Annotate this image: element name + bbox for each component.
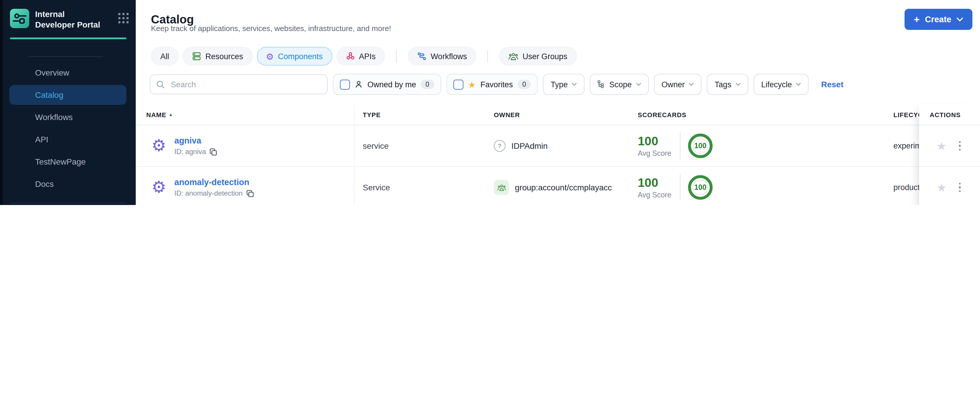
column-header-name[interactable]: NAME▲	[146, 111, 173, 118]
entity-type-tabs: All Resources ⚙ Components	[151, 47, 577, 65]
components-gear-icon: ⚙	[266, 52, 274, 61]
search-icon	[156, 80, 165, 89]
create-button-label: Create	[925, 14, 951, 24]
user-group-icon	[494, 180, 509, 195]
sort-asc-icon: ▲	[169, 112, 173, 116]
tab-apis-label: APIs	[359, 52, 375, 61]
chevron-down-icon	[689, 83, 694, 86]
sidebar-item-catalog[interactable]: Catalog	[10, 85, 126, 105]
table-row[interactable]: ⚙ anomaly-detection ID: anomaly-detectio…	[136, 167, 980, 205]
chevron-down-icon	[572, 83, 577, 86]
scorecard-ring: 100	[688, 134, 713, 158]
favorite-star-icon[interactable]: ★	[936, 140, 947, 152]
footer-divider	[10, 203, 126, 203]
main-content: Catalog Keep track of applications, serv…	[136, 0, 980, 205]
component-id: ID: agniva	[174, 148, 206, 156]
sidebar-item-docs[interactable]: Docs	[0, 173, 136, 195]
component-name-link[interactable]: anomaly-detection	[174, 177, 254, 187]
tab-user-groups[interactable]: User Groups	[499, 47, 577, 65]
table-header: NAME▲ TYPE OWNER SCORECARDS LIFECYCLE	[136, 104, 980, 125]
copy-icon[interactable]	[210, 148, 217, 155]
favorite-star-icon[interactable]: ★	[936, 182, 947, 193]
avg-score-cell: 100 Avg Score	[638, 134, 671, 158]
sidebar: Internal Developer Portal Overview Catal…	[0, 0, 136, 205]
table-body: ⚙ agniva ID: agniva service ? IDPAdmin 1…	[136, 125, 980, 205]
sidebar-item-api[interactable]: API	[0, 128, 136, 150]
column-header-scorecards: SCORECARDS	[638, 111, 686, 118]
lifecycle-dropdown-label: Lifecycle	[761, 80, 792, 89]
avg-score-cell: 100 Avg Score	[638, 176, 671, 199]
nav-divider	[28, 56, 103, 57]
owner-dropdown-label: Owner	[662, 80, 685, 89]
ring-score-value: 100	[694, 142, 706, 150]
question-icon: ?	[494, 140, 506, 152]
component-type: Service	[363, 183, 390, 192]
tab-apis[interactable]: APIs	[336, 47, 385, 65]
owned-by-me-filter[interactable]: Owned by me 0	[333, 74, 441, 95]
kebab-menu-icon[interactable]	[957, 181, 963, 194]
tab-workflows-label: Workflows	[431, 52, 467, 61]
tab-user-groups-label: User Groups	[522, 52, 567, 61]
type-dropdown[interactable]: Type	[543, 74, 585, 95]
sidebar-item-overview[interactable]: Overview	[0, 62, 136, 84]
tab-workflows[interactable]: Workflows	[408, 47, 476, 65]
avg-score-value: 100	[638, 176, 671, 189]
tab-components-label: Components	[278, 52, 323, 61]
scope-dropdown-label: Scope	[609, 80, 632, 89]
sidebar-accent-rule	[10, 37, 126, 39]
type-dropdown-label: Type	[550, 80, 568, 89]
resources-icon	[192, 51, 201, 61]
tab-all-label: All	[160, 52, 169, 61]
plus-icon: +	[914, 14, 920, 24]
search-box	[150, 74, 328, 94]
tags-dropdown[interactable]: Tags	[707, 74, 748, 95]
owned-by-me-count: 0	[421, 80, 434, 89]
avg-score-label: Avg Score	[638, 191, 671, 199]
owned-by-me-checkbox[interactable]	[340, 79, 350, 89]
app-switcher-icon[interactable]	[118, 13, 129, 24]
tags-dropdown-label: Tags	[715, 80, 731, 89]
kebab-menu-icon[interactable]	[957, 139, 963, 153]
avg-score-value: 100	[638, 134, 671, 148]
app-title: Internal Developer Portal	[35, 9, 107, 30]
sidebar-item-testnewpage[interactable]: TestNewPage	[0, 150, 136, 173]
copy-icon[interactable]	[246, 190, 254, 197]
owned-by-me-label: Owned by me	[368, 80, 416, 89]
sidebar-item-workflows[interactable]: Workflows	[0, 106, 136, 128]
name-cell: anomaly-detection ID: anomaly-detection	[174, 177, 254, 197]
filter-bar: Owned by me 0 ★ Favorites 0 Type	[150, 74, 843, 95]
app-logo-icon	[10, 9, 29, 28]
catalog-table: NAME▲ TYPE OWNER SCORECARDS LIFECYCLE ⚙ …	[136, 104, 980, 205]
tab-all[interactable]: All	[151, 47, 178, 65]
star-icon: ★	[468, 80, 476, 89]
chevron-down-icon	[636, 83, 641, 86]
search-input[interactable]	[170, 79, 321, 89]
component-name-link[interactable]: agniva	[174, 136, 217, 145]
favorites-filter[interactable]: ★ Favorites 0	[446, 74, 538, 95]
scope-dropdown[interactable]: Scope	[590, 74, 649, 95]
lifecycle-dropdown[interactable]: Lifecycle	[754, 74, 809, 95]
owner-dropdown[interactable]: Owner	[654, 74, 702, 95]
ring-score-value: 100	[694, 183, 706, 191]
score-divider	[680, 174, 681, 201]
owner-cell: ? IDPAdmin	[494, 140, 547, 152]
table-row[interactable]: ⚙ agniva ID: agniva service ? IDPAdmin 1…	[136, 125, 980, 167]
tab-resources[interactable]: Resources	[183, 47, 253, 65]
favorites-checkbox[interactable]	[453, 79, 463, 89]
sidebar-header: Internal Developer Portal	[0, 0, 136, 30]
sidebar-nav: Overview Catalog Workflows API TestNewPa…	[0, 56, 136, 195]
score-divider	[680, 132, 681, 159]
owner-name: group:account/ccmplayacc	[515, 183, 612, 192]
column-header-type: TYPE	[363, 111, 380, 118]
reset-filters-link[interactable]: Reset	[821, 80, 843, 89]
column-header-actions: ACTIONS	[919, 104, 980, 125]
tab-components[interactable]: ⚙ Components	[256, 47, 332, 65]
favorites-label: Favorites	[480, 80, 513, 89]
lifecycle-value: production	[893, 183, 920, 192]
chevron-down-icon	[956, 17, 963, 21]
scorecard-ring: 100	[688, 175, 713, 200]
lifecycle-value: experimental	[893, 142, 920, 150]
scope-tree-icon	[598, 80, 605, 88]
component-id: ID: anomaly-detection	[174, 189, 242, 197]
create-button[interactable]: + Create	[905, 9, 972, 30]
